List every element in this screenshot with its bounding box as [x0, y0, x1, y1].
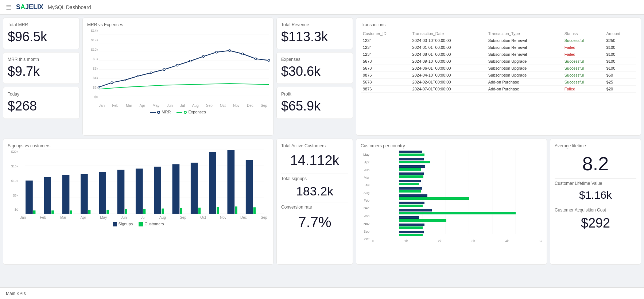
svg-rect-75	[399, 212, 516, 214]
signups-y-axis: $20k$15k$10k$5k$0	[8, 150, 19, 211]
table-cell: Subscription Renewal	[486, 37, 562, 44]
total-mrr-value: $96.5k	[8, 29, 75, 44]
table-row: 12342024-03-10T00:00:00Subscription Rene…	[361, 37, 636, 44]
col-amount: Amount	[604, 30, 636, 37]
country-bars-area: 01k2k3k4k5k	[372, 150, 542, 243]
svg-point-16	[202, 55, 204, 57]
svg-rect-73	[399, 205, 423, 207]
total-revenue-value: $113.3k	[281, 29, 348, 44]
svg-rect-81	[399, 234, 423, 236]
transactions-body: 12342024-03-10T00:00:00Subscription Rene…	[361, 37, 636, 93]
svg-point-10	[124, 79, 126, 81]
signups-chart-wrap: $20k$15k$10k$5k$0	[8, 150, 269, 220]
table-cell: 2024-03-10T00:00:00	[410, 37, 486, 44]
total-signups-value: 183.2k	[281, 183, 348, 200]
mrr-month-value: $9.7k	[8, 63, 75, 79]
svg-point-18	[229, 50, 230, 51]
svg-point-17	[216, 51, 217, 53]
profit-value: $65.9k	[281, 98, 348, 114]
logo: SAJELIX	[16, 3, 43, 11]
country-chart-svg	[372, 150, 542, 237]
country-chart-area: MayAprJunMarJulAugFebDecJanNovSepOct	[361, 150, 542, 243]
svg-rect-74	[399, 209, 432, 211]
mrr-chart-title: MRR vs Expenses	[87, 22, 269, 27]
svg-rect-33	[81, 174, 88, 214]
cac-value: $292	[555, 214, 636, 232]
table-cell: 1234	[361, 37, 410, 44]
bottom-tab[interactable]: Main KPIs	[0, 287, 644, 299]
svg-rect-46	[198, 208, 201, 214]
svg-point-11	[137, 75, 139, 77]
svg-point-13	[163, 69, 165, 70]
svg-rect-67	[399, 183, 419, 185]
conversion-rate-label: Conversion rate	[281, 205, 348, 210]
table-cell: Failed	[562, 86, 604, 93]
active-customers-card: Total Active Customers 14.112k Total sig…	[276, 139, 353, 264]
table-cell: 2024-08-01T00:00:00	[410, 51, 486, 58]
menu-icon[interactable]: ☰	[6, 3, 12, 11]
active-customers-column: Total Active Customers 14.112k Total sig…	[276, 139, 353, 264]
table-cell: 2024-02-01T00:00:00	[410, 79, 486, 86]
table-cell: 5678	[361, 58, 410, 65]
table-cell: 2024-07-01T00:00:00	[410, 86, 486, 93]
conversion-rate-value: 7.7%	[281, 211, 348, 233]
svg-rect-79	[399, 226, 423, 229]
col-transaction-type: Transaction_Type	[486, 30, 562, 37]
transactions-header: Customer_ID Transaction_Date Transaction…	[361, 30, 636, 37]
mrr-month-card: MRR this month $9.7k	[3, 52, 79, 84]
svg-rect-37	[117, 170, 125, 214]
transactions-card: Transactions Customer_ID Transaction_Dat…	[356, 18, 641, 136]
svg-point-20	[255, 58, 256, 59]
signups-chart-card: Signups vs customers $20k$15k$10k$5k$0	[3, 139, 273, 264]
total-signups-label: Total signups	[281, 176, 348, 181]
svg-rect-68	[399, 187, 422, 190]
svg-rect-40	[143, 209, 146, 214]
table-row: 98762024-07-01T00:00:00Add-on PurchaseFa…	[361, 86, 636, 93]
svg-rect-30	[51, 211, 54, 214]
svg-rect-38	[125, 209, 127, 214]
top-bar: ☰ SAJELIX MySQL Dashboard	[0, 0, 644, 15]
svg-rect-58	[399, 151, 422, 153]
svg-rect-32	[70, 211, 72, 214]
svg-rect-34	[88, 210, 91, 214]
svg-point-15	[189, 60, 191, 62]
country-title: Customers per country	[361, 143, 542, 148]
table-cell: $250	[604, 37, 636, 44]
total-revenue-label: Total Revenue	[281, 22, 348, 27]
col-customer-id: Customer_ID	[361, 30, 410, 37]
svg-rect-27	[26, 181, 33, 214]
svg-rect-77	[399, 219, 446, 222]
table-cell: Successful	[562, 37, 604, 44]
table-cell: 9876	[361, 86, 410, 93]
svg-rect-43	[172, 164, 180, 214]
table-cell: 1234	[361, 44, 410, 51]
svg-rect-31	[62, 175, 70, 214]
svg-point-19	[242, 53, 244, 55]
svg-rect-63	[399, 168, 421, 171]
table-cell: $100	[604, 58, 636, 65]
total-revenue-card: Total Revenue $113.3k	[276, 18, 353, 49]
svg-point-21	[268, 59, 269, 61]
mrr-chart-legend: MRR Expenses	[87, 110, 269, 114]
svg-point-8	[98, 86, 100, 88]
table-cell: 5678	[361, 65, 410, 72]
svg-rect-70	[399, 194, 427, 197]
table-cell: Subscription Upgrade	[486, 58, 562, 65]
svg-rect-69	[399, 190, 421, 193]
table-row: 56782024-02-01T00:00:00Add-on PurchaseSu…	[361, 79, 636, 86]
svg-rect-76	[399, 216, 419, 219]
table-cell: 5678	[361, 79, 410, 86]
svg-point-9	[111, 82, 113, 84]
expenses-card: Expenses $30.6k	[276, 52, 353, 84]
bottom-tab-label: Main KPIs	[6, 291, 26, 296]
svg-rect-41	[154, 167, 161, 214]
svg-rect-29	[44, 177, 51, 214]
expenses-label: Expenses	[281, 57, 348, 62]
table-row: 56782024-06-01T00:00:00Subscription Upgr…	[361, 65, 636, 72]
transactions-table: Customer_ID Transaction_Date Transaction…	[361, 30, 636, 93]
signups-x-labels: JanFebMarAprMayJunJulAugSepOctNovDecSep	[20, 215, 269, 220]
svg-rect-51	[246, 160, 253, 214]
svg-rect-65	[399, 175, 423, 178]
svg-rect-61	[399, 161, 430, 163]
mrr-today-value: $268	[8, 98, 75, 114]
